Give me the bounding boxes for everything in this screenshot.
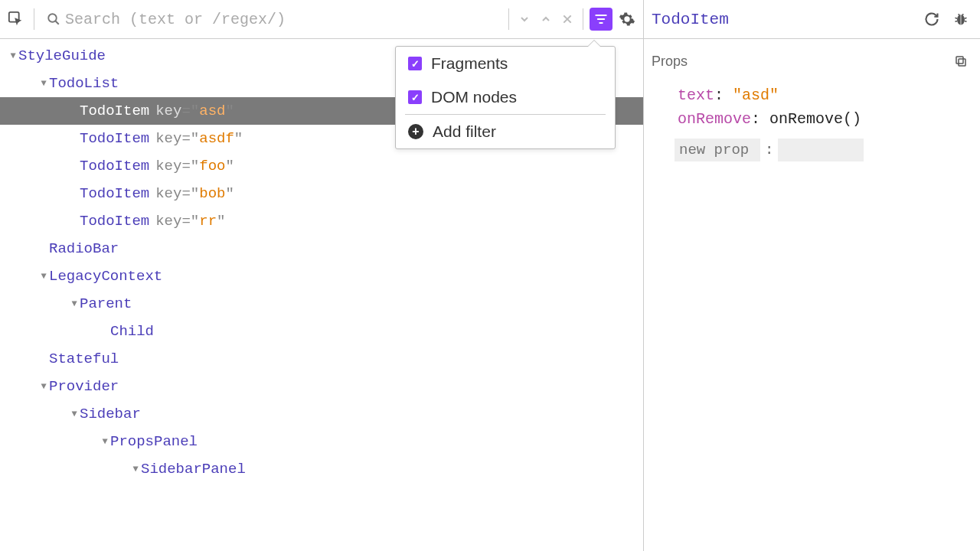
selected-component-title: TodoItem [652,11,914,28]
filter-label: Fragments [431,54,508,73]
svg-rect-17 [956,57,963,64]
copy-icon[interactable] [949,50,972,73]
tree-row[interactable]: ▼ Child [0,318,643,345]
attr-key: key [155,185,181,202]
prop-value[interactable]: "asd" [733,86,779,104]
tree-row[interactable]: ▼ Sidebar [0,400,643,428]
component-name: StyleGuide [18,47,106,64]
svg-point-1 [48,14,57,22]
checkbox-checked-icon[interactable]: ✓ [408,57,422,70]
new-prop-value-input[interactable] [778,139,864,161]
tree-row[interactable]: ▼ TodoItem key="foo" [0,152,643,180]
component-name: Parent [80,295,132,312]
new-prop-row: : [652,131,972,165]
component-name: Provider [49,378,119,395]
tree-row[interactable]: ▼ TodoItem key="bob" [0,180,643,207]
search-input[interactable] [65,11,502,28]
tree-row[interactable]: ▼ Provider [0,373,643,400]
right-toolbar: TodoItem [644,0,980,39]
bug-icon[interactable] [949,8,972,31]
tree-row[interactable]: ▼ Parent [0,290,643,318]
caret-down-icon[interactable]: ▼ [69,409,80,419]
svg-line-11 [956,21,958,22]
prop-row[interactable]: text: "asd" [652,83,972,107]
filter-option-fragments[interactable]: ✓ Fragments [396,47,615,80]
svg-line-15 [962,14,964,15]
attr-key: key [155,213,181,230]
filter-icon[interactable] [590,8,612,31]
add-filter-button[interactable]: + Add filter [396,115,615,148]
caret-down-icon[interactable]: ▼ [38,78,49,89]
component-name: LegacyContext [49,268,162,285]
component-name: TodoItem [80,130,149,147]
props-section-label: Props [652,54,949,70]
divider [508,8,509,30]
component-name: Sidebar [80,406,141,422]
attr-value: foo [199,158,225,174]
prop-key: onRemove [678,110,751,128]
component-name: TodoItem [80,185,149,202]
caret-down-icon[interactable]: ▼ [100,436,110,447]
props-panel: Props text: "asd" onRemove: onRemove() : [644,39,980,551]
tree-row[interactable]: ▼ SidebarPanel [0,455,643,483]
caret-down-icon[interactable]: ▼ [38,271,49,282]
prop-value[interactable]: onRemove() [769,110,861,128]
search-prev-icon[interactable] [537,13,555,25]
search-clear-icon[interactable] [558,13,577,25]
inspect-icon[interactable] [5,8,28,31]
prop-key: text [678,86,714,104]
attr-value: rr [199,213,217,230]
left-toolbar [0,0,643,39]
divider [34,8,34,30]
component-name: TodoItem [80,213,149,230]
filter-option-dom-nodes[interactable]: ✓ DOM nodes [396,80,615,114]
add-filter-label: Add filter [433,122,496,141]
refresh-icon[interactable] [920,8,943,31]
component-name: RadioBar [49,240,119,257]
svg-line-12 [965,18,967,18]
filter-popup: ✓ Fragments ✓ DOM nodes + Add filter [395,46,616,149]
component-name: Stateful [49,350,119,367]
svg-line-14 [959,14,960,15]
plus-circle-icon: + [408,124,423,139]
attr-value: asdf [199,130,234,147]
tree-row[interactable]: ▼ TodoItem key="rr" [0,207,643,235]
tree-row[interactable]: ▼ RadioBar [0,235,643,262]
caret-down-icon[interactable]: ▼ [38,381,49,392]
tree-row[interactable]: ▼ Stateful [0,345,643,373]
component-name: Child [110,323,154,340]
new-prop-key-input[interactable] [675,139,760,161]
divider [583,8,583,30]
checkbox-checked-icon[interactable]: ✓ [408,90,422,104]
attr-value: asd [199,103,225,119]
caret-down-icon[interactable]: ▼ [69,298,80,309]
attr-key: key [155,103,181,119]
search-icon [47,12,60,26]
attr-key: key [155,158,181,174]
tree-row[interactable]: ▼ LegacyContext [0,262,643,290]
component-name: PropsPanel [110,433,198,450]
attr-key: key [155,130,181,147]
component-name: SidebarPanel [141,461,246,478]
component-name: TodoItem [80,158,149,174]
attr-value: bob [199,185,225,202]
component-name: TodoList [49,75,119,92]
colon: : [765,142,773,158]
tree-row[interactable]: ▼ PropsPanel [0,428,643,455]
component-name: TodoItem [80,103,149,119]
search-next-icon[interactable] [515,13,534,25]
prop-row[interactable]: onRemove: onRemove() [652,107,972,131]
filter-label: DOM nodes [431,88,517,106]
svg-line-10 [956,18,958,18]
svg-rect-16 [959,59,965,66]
caret-down-icon[interactable]: ▼ [8,51,18,61]
settings-icon[interactable] [616,8,639,31]
svg-line-2 [55,21,59,24]
svg-line-13 [965,21,967,22]
caret-down-icon[interactable]: ▼ [130,464,141,474]
